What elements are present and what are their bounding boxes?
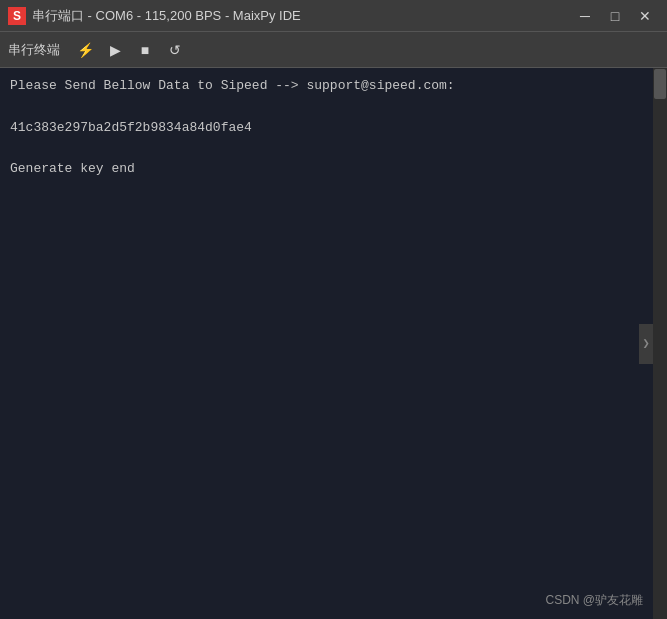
toolbar-label: 串行终端 xyxy=(8,41,60,59)
title-bar: S 串行端口 - COM6 - 115,200 BPS - MaixPy IDE… xyxy=(0,0,667,32)
minimize-button[interactable]: ─ xyxy=(571,5,599,27)
terminal-output: Please Send Bellow Data to Sipeed --> su… xyxy=(0,68,653,619)
scrollbar-track[interactable] xyxy=(653,68,667,619)
side-panel-toggle[interactable]: ❯ xyxy=(639,324,653,364)
maximize-button[interactable]: □ xyxy=(601,5,629,27)
main-container: Please Send Bellow Data to Sipeed --> su… xyxy=(0,68,667,619)
toolbar-btn-refresh[interactable]: ↺ xyxy=(162,37,188,63)
toolbar-btn-flash[interactable]: ⚡ xyxy=(72,37,98,63)
terminal-line xyxy=(10,138,643,159)
toolbar-btn-stop[interactable]: ■ xyxy=(132,37,158,63)
title-text: 串行端口 - COM6 - 115,200 BPS - MaixPy IDE xyxy=(32,7,301,25)
title-bar-left: S 串行端口 - COM6 - 115,200 BPS - MaixPy IDE xyxy=(8,7,301,25)
terminal-line xyxy=(10,97,643,118)
close-button[interactable]: ✕ xyxy=(631,5,659,27)
watermark: CSDN @驴友花雕 xyxy=(545,592,643,609)
terminal-line: Generate key end xyxy=(10,159,643,180)
app-icon: S xyxy=(8,7,26,25)
toolbar: 串行终端 ⚡ ▶ ■ ↺ xyxy=(0,32,667,68)
window-controls: ─ □ ✕ xyxy=(571,5,659,27)
terminal-line: 41c383e297ba2d5f2b9834a84d0fae4 xyxy=(10,118,643,139)
toolbar-btn-run[interactable]: ▶ xyxy=(102,37,128,63)
scrollbar-thumb[interactable] xyxy=(654,69,666,99)
terminal-line: Please Send Bellow Data to Sipeed --> su… xyxy=(10,76,643,97)
